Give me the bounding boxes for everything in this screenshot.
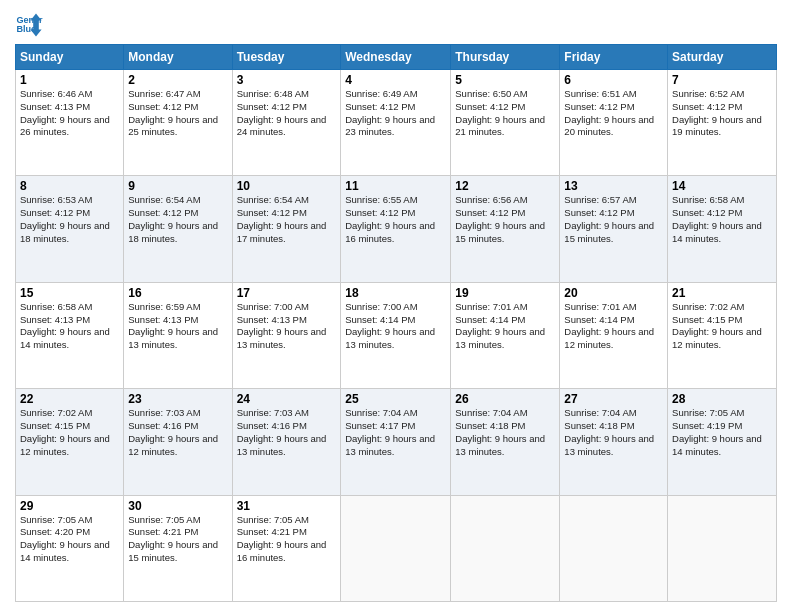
day-info: Sunrise: 7:03 AM Sunset: 4:16 PM Dayligh… (128, 407, 227, 458)
sunrise-label: Sunrise: 6:54 AM (237, 194, 309, 205)
day-header-saturday: Saturday (668, 45, 777, 70)
daylight-label: Daylight: 9 hours and 13 minutes. (128, 326, 218, 350)
day-number: 24 (237, 392, 337, 406)
calendar-cell: 21 Sunrise: 7:02 AM Sunset: 4:15 PM Dayl… (668, 282, 777, 388)
day-info: Sunrise: 6:46 AM Sunset: 4:13 PM Dayligh… (20, 88, 119, 139)
calendar-cell (668, 495, 777, 601)
sunrise-label: Sunrise: 7:04 AM (345, 407, 417, 418)
day-info: Sunrise: 6:50 AM Sunset: 4:12 PM Dayligh… (455, 88, 555, 139)
calendar-cell: 1 Sunrise: 6:46 AM Sunset: 4:13 PM Dayli… (16, 70, 124, 176)
sunset-label: Sunset: 4:16 PM (237, 420, 307, 431)
day-info: Sunrise: 7:05 AM Sunset: 4:21 PM Dayligh… (128, 514, 227, 565)
day-info: Sunrise: 7:04 AM Sunset: 4:18 PM Dayligh… (564, 407, 663, 458)
day-number: 29 (20, 499, 119, 513)
day-info: Sunrise: 6:52 AM Sunset: 4:12 PM Dayligh… (672, 88, 772, 139)
calendar-week-2: 8 Sunrise: 6:53 AM Sunset: 4:12 PM Dayli… (16, 176, 777, 282)
daylight-label: Daylight: 9 hours and 12 minutes. (20, 433, 110, 457)
sunset-label: Sunset: 4:12 PM (20, 207, 90, 218)
day-info: Sunrise: 7:04 AM Sunset: 4:18 PM Dayligh… (455, 407, 555, 458)
day-info: Sunrise: 7:02 AM Sunset: 4:15 PM Dayligh… (672, 301, 772, 352)
sunset-label: Sunset: 4:12 PM (345, 101, 415, 112)
sunset-label: Sunset: 4:15 PM (20, 420, 90, 431)
day-number: 11 (345, 179, 446, 193)
sunrise-label: Sunrise: 7:05 AM (128, 514, 200, 525)
day-number: 7 (672, 73, 772, 87)
logo: General Blue (15, 10, 43, 38)
calendar-cell: 12 Sunrise: 6:56 AM Sunset: 4:12 PM Dayl… (451, 176, 560, 282)
day-number: 8 (20, 179, 119, 193)
day-number: 28 (672, 392, 772, 406)
calendar-cell: 26 Sunrise: 7:04 AM Sunset: 4:18 PM Dayl… (451, 389, 560, 495)
day-number: 19 (455, 286, 555, 300)
calendar-cell: 19 Sunrise: 7:01 AM Sunset: 4:14 PM Dayl… (451, 282, 560, 388)
sunrise-label: Sunrise: 7:02 AM (672, 301, 744, 312)
sunset-label: Sunset: 4:14 PM (564, 314, 634, 325)
day-info: Sunrise: 7:05 AM Sunset: 4:19 PM Dayligh… (672, 407, 772, 458)
sunset-label: Sunset: 4:12 PM (672, 207, 742, 218)
day-number: 17 (237, 286, 337, 300)
day-header-tuesday: Tuesday (232, 45, 341, 70)
sunset-label: Sunset: 4:20 PM (20, 526, 90, 537)
calendar-cell (560, 495, 668, 601)
sunset-label: Sunset: 4:12 PM (564, 101, 634, 112)
daylight-label: Daylight: 9 hours and 26 minutes. (20, 114, 110, 138)
calendar-cell: 23 Sunrise: 7:03 AM Sunset: 4:16 PM Dayl… (124, 389, 232, 495)
day-number: 9 (128, 179, 227, 193)
day-number: 25 (345, 392, 446, 406)
daylight-label: Daylight: 9 hours and 14 minutes. (20, 326, 110, 350)
day-number: 20 (564, 286, 663, 300)
sunset-label: Sunset: 4:13 PM (128, 314, 198, 325)
day-number: 22 (20, 392, 119, 406)
day-number: 6 (564, 73, 663, 87)
sunrise-label: Sunrise: 7:00 AM (345, 301, 417, 312)
day-info: Sunrise: 6:59 AM Sunset: 4:13 PM Dayligh… (128, 301, 227, 352)
sunrise-label: Sunrise: 7:02 AM (20, 407, 92, 418)
calendar-cell: 13 Sunrise: 6:57 AM Sunset: 4:12 PM Dayl… (560, 176, 668, 282)
sunrise-label: Sunrise: 6:57 AM (564, 194, 636, 205)
sunrise-label: Sunrise: 6:56 AM (455, 194, 527, 205)
daylight-label: Daylight: 9 hours and 14 minutes. (672, 220, 762, 244)
sunset-label: Sunset: 4:15 PM (672, 314, 742, 325)
calendar-cell: 6 Sunrise: 6:51 AM Sunset: 4:12 PM Dayli… (560, 70, 668, 176)
day-number: 10 (237, 179, 337, 193)
sunset-label: Sunset: 4:13 PM (237, 314, 307, 325)
calendar-header-row: SundayMondayTuesdayWednesdayThursdayFrid… (16, 45, 777, 70)
daylight-label: Daylight: 9 hours and 13 minutes. (237, 326, 327, 350)
sunrise-label: Sunrise: 7:03 AM (237, 407, 309, 418)
calendar-cell: 28 Sunrise: 7:05 AM Sunset: 4:19 PM Dayl… (668, 389, 777, 495)
day-info: Sunrise: 7:01 AM Sunset: 4:14 PM Dayligh… (564, 301, 663, 352)
day-number: 31 (237, 499, 337, 513)
day-info: Sunrise: 6:49 AM Sunset: 4:12 PM Dayligh… (345, 88, 446, 139)
day-info: Sunrise: 6:56 AM Sunset: 4:12 PM Dayligh… (455, 194, 555, 245)
day-info: Sunrise: 7:02 AM Sunset: 4:15 PM Dayligh… (20, 407, 119, 458)
calendar-week-5: 29 Sunrise: 7:05 AM Sunset: 4:20 PM Dayl… (16, 495, 777, 601)
sunrise-label: Sunrise: 7:01 AM (455, 301, 527, 312)
daylight-label: Daylight: 9 hours and 15 minutes. (455, 220, 545, 244)
daylight-label: Daylight: 9 hours and 13 minutes. (345, 433, 435, 457)
sunrise-label: Sunrise: 6:50 AM (455, 88, 527, 99)
sunrise-label: Sunrise: 7:05 AM (237, 514, 309, 525)
day-info: Sunrise: 6:58 AM Sunset: 4:13 PM Dayligh… (20, 301, 119, 352)
logo-icon: General Blue (15, 10, 43, 38)
calendar-cell: 4 Sunrise: 6:49 AM Sunset: 4:12 PM Dayli… (341, 70, 451, 176)
sunrise-label: Sunrise: 6:51 AM (564, 88, 636, 99)
daylight-label: Daylight: 9 hours and 15 minutes. (128, 539, 218, 563)
sunrise-label: Sunrise: 6:54 AM (128, 194, 200, 205)
daylight-label: Daylight: 9 hours and 15 minutes. (564, 220, 654, 244)
day-number: 15 (20, 286, 119, 300)
day-info: Sunrise: 6:51 AM Sunset: 4:12 PM Dayligh… (564, 88, 663, 139)
daylight-label: Daylight: 9 hours and 13 minutes. (345, 326, 435, 350)
calendar-cell: 29 Sunrise: 7:05 AM Sunset: 4:20 PM Dayl… (16, 495, 124, 601)
sunrise-label: Sunrise: 7:04 AM (564, 407, 636, 418)
day-number: 3 (237, 73, 337, 87)
sunset-label: Sunset: 4:13 PM (20, 314, 90, 325)
day-info: Sunrise: 6:57 AM Sunset: 4:12 PM Dayligh… (564, 194, 663, 245)
page: General Blue SundayMondayTuesdayWednesda… (0, 0, 792, 612)
day-info: Sunrise: 7:01 AM Sunset: 4:14 PM Dayligh… (455, 301, 555, 352)
daylight-label: Daylight: 9 hours and 16 minutes. (237, 539, 327, 563)
sunset-label: Sunset: 4:12 PM (128, 207, 198, 218)
sunset-label: Sunset: 4:17 PM (345, 420, 415, 431)
day-header-sunday: Sunday (16, 45, 124, 70)
day-number: 12 (455, 179, 555, 193)
day-header-thursday: Thursday (451, 45, 560, 70)
